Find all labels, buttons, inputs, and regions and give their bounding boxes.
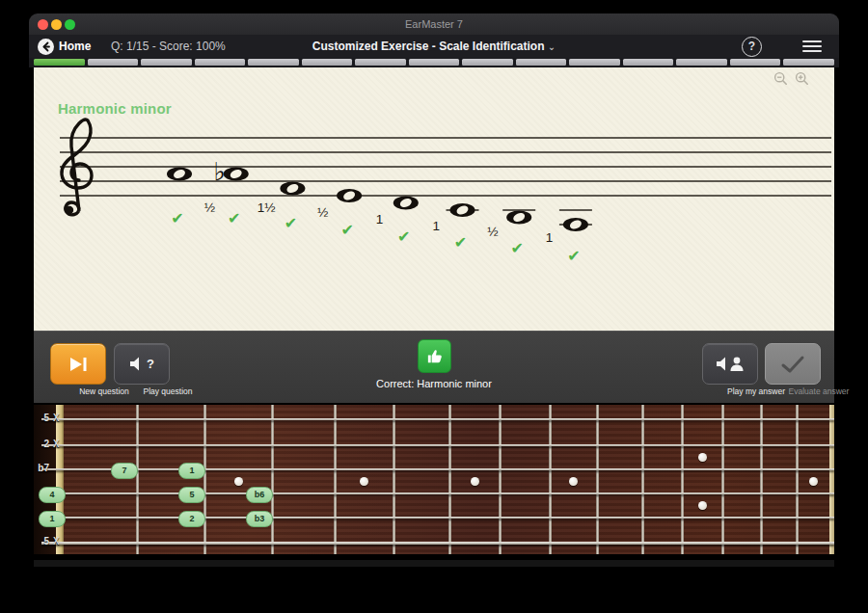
control-bar: New question ? Play question Correct: Ha… xyxy=(34,331,834,404)
inlay-dot xyxy=(809,477,818,486)
chevron-down-icon: ⌄ xyxy=(548,41,556,52)
progress-bar xyxy=(29,58,839,67)
inlay-dot xyxy=(360,477,368,486)
correct-check-icon: ✔ xyxy=(397,228,410,245)
progress-segment xyxy=(355,59,406,66)
whole-note xyxy=(280,182,305,196)
open-string-degree-label: 5 xyxy=(34,536,49,546)
inlay-dot xyxy=(569,477,578,486)
fret-wire xyxy=(641,405,644,554)
muted-string-x-icon: X xyxy=(53,439,60,449)
progress-segment xyxy=(141,59,192,66)
fret-wire xyxy=(334,405,337,554)
progress-segment xyxy=(88,59,139,66)
fret-wire xyxy=(721,405,724,554)
scale-degree-marker-5[interactable]: 5 xyxy=(178,487,205,503)
help-button[interactable]: ? xyxy=(742,37,762,57)
fret-wire xyxy=(549,405,552,554)
scale-degree-marker-4[interactable]: 4 xyxy=(39,487,66,503)
scale-degree-marker-1[interactable]: 1 xyxy=(39,511,66,527)
guitar-fretboard[interactable]: 5X2Xb744115X715b62b3 xyxy=(34,405,834,554)
open-string-degree-label: 5 xyxy=(34,413,49,423)
exercise-title-dropdown[interactable]: Customized Exercise - Scale Identificati… xyxy=(29,35,839,58)
muted-string-x-icon: X xyxy=(53,413,60,423)
scale-degree-marker-7[interactable]: 7 xyxy=(111,463,138,479)
staff-canvas: ✔♭✔✔✔✔✔✔✔½1½½11½1 xyxy=(34,67,834,331)
guitar-string-3[interactable] xyxy=(41,468,834,470)
interval-label: 1 xyxy=(432,219,440,233)
fret-wire xyxy=(499,405,502,554)
fret-wire xyxy=(596,405,599,554)
muted-string-x-icon: X xyxy=(53,536,60,546)
window-bottom-edge xyxy=(34,560,834,567)
interval-label: ½ xyxy=(204,200,215,215)
whole-note xyxy=(167,168,192,181)
inlay-dot xyxy=(698,453,707,462)
flat-accidental: ♭ xyxy=(214,157,226,186)
guitar-string-6[interactable] xyxy=(41,542,834,545)
progress-segment xyxy=(783,59,834,66)
correct-check-icon: ✔ xyxy=(171,210,183,227)
scale-degree-marker-1[interactable]: 1 xyxy=(178,463,205,479)
correct-check-icon: ✔ xyxy=(340,222,353,238)
fret-wire xyxy=(203,405,206,554)
inlay-dot xyxy=(698,501,707,510)
guitar-string-1[interactable] xyxy=(41,418,834,420)
correct-check-icon: ✔ xyxy=(228,210,240,227)
fret-wire xyxy=(448,405,451,554)
wood-grain xyxy=(56,405,834,554)
open-string-degree-label: b7 xyxy=(34,463,49,473)
guitar-string-2[interactable] xyxy=(41,444,834,446)
evaluate-answer-button[interactable] xyxy=(765,343,821,385)
scale-degree-marker-b6[interactable]: b6 xyxy=(246,487,273,503)
progress-segment xyxy=(248,59,299,66)
earmaster-window: EarMaster 7 Home Q: 1/15 - Score: 100% C… xyxy=(29,13,839,563)
scale-degree-marker-b3[interactable]: b3 xyxy=(246,511,273,527)
correct-check-icon: ✔ xyxy=(567,248,580,264)
speaker-icon xyxy=(717,357,725,370)
person-icon xyxy=(731,358,744,371)
check-icon xyxy=(780,355,805,374)
guitar-string-4[interactable] xyxy=(41,493,834,494)
whole-note xyxy=(393,197,419,210)
progress-segment xyxy=(569,59,620,66)
menu-button[interactable] xyxy=(802,40,822,53)
progress-segments xyxy=(34,59,834,66)
navbar: Home Q: 1/15 - Score: 100% Customized Ex… xyxy=(29,35,839,58)
fret-wire xyxy=(760,405,763,554)
inlay-dot xyxy=(471,477,479,486)
fret-wire xyxy=(393,405,395,554)
staff-lines xyxy=(60,138,831,196)
fret-wire xyxy=(271,405,274,554)
progress-segment xyxy=(409,59,460,66)
fret-wire xyxy=(136,405,139,554)
zoom-out-icon[interactable] xyxy=(773,71,788,86)
whole-note xyxy=(337,189,362,202)
correct-check-icon: ✔ xyxy=(454,234,467,251)
correct-check-icon: ✔ xyxy=(285,215,297,231)
play-my-answer-button[interactable] xyxy=(702,343,758,385)
scale-degree-marker-2[interactable]: 2 xyxy=(178,511,205,527)
guitar-nut xyxy=(56,405,64,554)
correct-check-icon: ✔ xyxy=(510,240,523,256)
notation-area: Harmonic minor ✔♭✔✔✔✔✔✔✔½1½½11½1 xyxy=(34,67,834,331)
fret-wire xyxy=(796,405,799,554)
whole-note xyxy=(559,210,592,231)
interval-label: ½ xyxy=(487,225,498,239)
open-string-degree-label: 2 xyxy=(34,439,49,449)
interval-label: 1 xyxy=(546,230,554,245)
evaluate-answer-label: Evaluate answer xyxy=(766,386,868,396)
progress-segment xyxy=(462,59,513,66)
progress-segment xyxy=(302,59,353,66)
progress-segment xyxy=(676,59,727,66)
fretboard-end-edge xyxy=(829,405,834,554)
progress-segment xyxy=(195,59,246,66)
titlebar: EarMaster 7 xyxy=(29,13,839,35)
whole-note xyxy=(502,210,535,225)
fret-wire xyxy=(681,405,684,554)
progress-segment xyxy=(730,59,781,66)
zoom-in-icon[interactable] xyxy=(795,71,809,86)
string-label-gutter xyxy=(34,405,56,554)
whole-note xyxy=(447,203,479,217)
guitar-string-5[interactable] xyxy=(41,517,834,520)
